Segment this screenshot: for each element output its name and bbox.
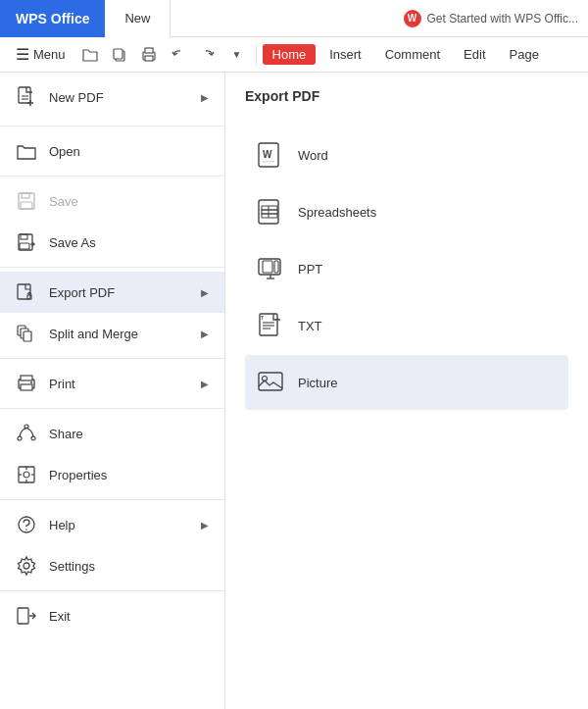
svg-rect-40 (263, 161, 274, 163)
picture-label: Picture (298, 376, 337, 390)
comment-label: Comment (385, 47, 440, 62)
submenu-item-picture[interactable]: Picture (245, 355, 568, 410)
open-label: Open (49, 144, 209, 159)
save-icon (16, 190, 37, 212)
menu-item-share[interactable]: Share (0, 413, 224, 454)
open-icon (16, 140, 37, 162)
new-pdf-arrow: ▶ (201, 92, 209, 103)
exit-label: Exit (49, 609, 209, 624)
menu-item-print[interactable]: Print ▶ (0, 363, 224, 404)
menu-section-top: New PDF ▶ (0, 73, 224, 122)
svg-rect-19 (24, 331, 31, 341)
left-menu: New PDF ▶ Open Save (0, 73, 225, 709)
export-pdf-arrow: ▶ (201, 287, 209, 298)
svg-rect-16 (18, 284, 30, 299)
submenu-item-txt[interactable]: T TXT (245, 298, 568, 353)
save-label: Save (49, 194, 209, 209)
toolbar: ☰ Menu ▼ Home Insert Comment Edit Page (0, 37, 588, 73)
divider-3 (0, 267, 224, 268)
help-arrow: ▶ (201, 520, 209, 531)
svg-point-34 (25, 529, 27, 531)
print-menu-icon (16, 373, 37, 394)
divider-6 (0, 499, 224, 500)
svg-rect-14 (21, 234, 27, 239)
print-label: Print (49, 377, 201, 391)
new-pdf-label: New PDF (49, 90, 201, 105)
ppt-icon (255, 253, 286, 284)
menu-item-save-as[interactable]: Save As (0, 222, 224, 263)
svg-rect-22 (21, 384, 32, 390)
word-icon: W (255, 139, 286, 171)
new-pdf-icon (16, 86, 37, 108)
svg-rect-12 (21, 202, 32, 209)
copy-icon[interactable] (107, 42, 132, 68)
new-tab[interactable]: New (105, 0, 171, 37)
main-area: New PDF ▶ Open Save (0, 73, 588, 709)
divider-2 (0, 176, 224, 177)
svg-rect-15 (20, 243, 29, 249)
svg-rect-1 (114, 49, 122, 59)
insert-button[interactable]: Insert (319, 44, 371, 65)
menu-item-help[interactable]: Help ▶ (0, 504, 224, 545)
menu-item-split-merge[interactable]: Split and Merge ▶ (0, 313, 224, 354)
split-merge-arrow: ▶ (201, 329, 209, 339)
menu-item-open[interactable]: Open (0, 130, 224, 172)
divider-1 (0, 126, 224, 127)
svg-rect-21 (21, 376, 32, 380)
save-as-icon (16, 231, 37, 253)
menu-item-exit[interactable]: Exit (0, 595, 224, 636)
wps-red-icon: W (404, 10, 421, 27)
svg-rect-44 (262, 214, 277, 218)
edit-label: Edit (464, 47, 485, 62)
comment-button[interactable]: Comment (375, 44, 450, 65)
home-label: Home (272, 47, 307, 62)
menu-item-properties[interactable]: Properties (0, 454, 224, 495)
split-merge-icon (16, 323, 37, 344)
submenu-item-word[interactable]: W Word (245, 127, 568, 182)
home-button[interactable]: Home (263, 44, 317, 65)
svg-point-28 (24, 472, 29, 478)
toolbar-separator (256, 45, 257, 65)
submenu-title: Export PDF (245, 88, 568, 112)
help-icon (16, 514, 37, 535)
svg-text:T: T (261, 315, 264, 321)
folder-icon[interactable] (77, 42, 103, 68)
redo-icon[interactable] (195, 42, 220, 68)
submenu-item-ppt[interactable]: PPT (245, 241, 568, 296)
split-merge-label: Split and Merge (49, 327, 201, 341)
dropdown-icon[interactable]: ▼ (224, 42, 250, 68)
svg-rect-47 (263, 261, 272, 273)
svg-rect-42 (262, 206, 277, 210)
print-arrow: ▶ (201, 379, 209, 389)
settings-icon (16, 555, 37, 577)
svg-rect-5 (19, 87, 30, 103)
export-pdf-label: Export PDF (49, 285, 201, 300)
menu-item-settings[interactable]: Settings (0, 545, 224, 586)
menu-label: Menu (33, 47, 66, 62)
new-tab-label: New (124, 11, 150, 25)
svg-rect-11 (22, 193, 29, 198)
divider-4 (0, 358, 224, 359)
title-right-area: W Get Started with WPS Offic... (404, 10, 589, 27)
exit-icon (16, 605, 37, 627)
svg-text:W: W (263, 149, 272, 160)
undo-icon[interactable] (166, 42, 191, 68)
svg-point-35 (24, 563, 29, 569)
submenu-item-spreadsheets[interactable]: Spreadsheets (245, 184, 568, 239)
txt-icon: T (255, 310, 286, 341)
wps-logo-button[interactable]: WPS Office (0, 0, 105, 37)
menu-item-new-pdf[interactable]: New PDF ▶ (0, 76, 224, 118)
menu-button[interactable]: ☰ Menu (8, 41, 74, 68)
edit-button[interactable]: Edit (454, 44, 495, 65)
share-icon (16, 423, 37, 444)
txt-label: TXT (298, 319, 322, 333)
print-icon[interactable] (136, 42, 162, 68)
page-button[interactable]: Page (500, 44, 549, 65)
properties-label: Properties (49, 468, 209, 482)
menu-item-export-pdf[interactable]: Export PDF ▶ (0, 272, 224, 313)
svg-rect-3 (145, 48, 153, 53)
menu-item-save: Save (0, 180, 224, 222)
export-pdf-icon (16, 281, 37, 303)
svg-rect-4 (145, 56, 153, 61)
hamburger-icon: ☰ (16, 45, 29, 64)
